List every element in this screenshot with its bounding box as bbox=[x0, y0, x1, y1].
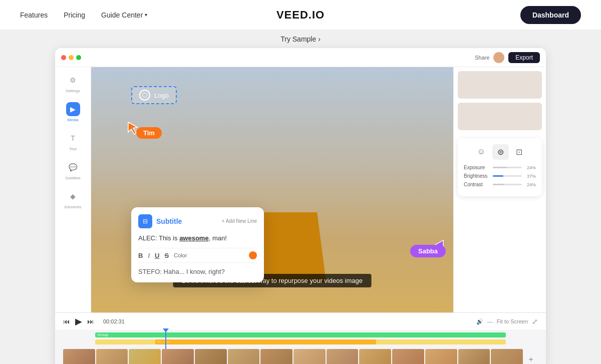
right-panel: ☺ ⊜ ⊡ Exposure 24% Brightness bbox=[453, 67, 546, 312]
underline-button[interactable]: U bbox=[155, 252, 159, 259]
thumb-12 bbox=[425, 349, 457, 364]
sidebar-item-text[interactable]: T Text bbox=[66, 131, 80, 151]
exposure-fill bbox=[493, 167, 507, 168]
expand-icon[interactable]: ⤢ bbox=[532, 317, 538, 325]
exposure-value: 24% bbox=[525, 165, 536, 170]
color-picker[interactable] bbox=[249, 251, 257, 259]
adjust-tab-face[interactable]: ☺ bbox=[472, 144, 490, 160]
sidebar-item-elements[interactable]: ◆ Elements bbox=[65, 189, 81, 209]
track-yellow bbox=[95, 339, 506, 344]
sidebar-subtitles-label: Subtitles bbox=[65, 176, 81, 180]
adjust-tab-sliders[interactable]: ⊜ bbox=[492, 144, 509, 160]
exposure-track[interactable] bbox=[493, 167, 522, 168]
logo-inner-icon bbox=[142, 93, 147, 98]
thumb-5 bbox=[195, 349, 227, 364]
share-label: Share bbox=[475, 55, 489, 61]
sidebar-item-subtitles[interactable]: 💬 Subtitles bbox=[65, 160, 81, 180]
navbar: Features Pricing Guide Center ▾ VEED.IO … bbox=[0, 0, 601, 30]
editor-sidebar: ⚙ Settings ▶ Media T Text 💬 Subtitles ◆ bbox=[55, 67, 91, 312]
right-panel-thumbnail-2 bbox=[458, 103, 542, 130]
pricing-link[interactable]: Pricing bbox=[64, 11, 85, 19]
thumb-2 bbox=[96, 349, 128, 364]
sidebar-item-media[interactable]: ▶ Media bbox=[66, 102, 80, 122]
video-area: Logo Tim Sabba DIANA: here's th bbox=[91, 67, 453, 312]
strikethrough-button[interactable]: S bbox=[164, 252, 169, 259]
media-icon: ▶ bbox=[66, 102, 80, 116]
subtitle-popup-icon: ⊟ bbox=[138, 214, 152, 228]
contrast-fill bbox=[493, 184, 504, 185]
color-label: Color bbox=[174, 252, 187, 258]
track-group: Group bbox=[95, 332, 506, 337]
sabba-badge: Sabba bbox=[410, 245, 446, 257]
tim-badge: Tim bbox=[136, 127, 162, 139]
track-group-label: Group bbox=[97, 332, 108, 337]
try-sample-link[interactable]: Try Sample › bbox=[280, 35, 321, 43]
timeline-tracks: Group B1 min bbox=[55, 330, 546, 349]
adjust-tabs: ☺ ⊜ ⊡ bbox=[464, 144, 536, 160]
time-display: 00:02:31 bbox=[103, 318, 125, 324]
bold-button[interactable]: B bbox=[138, 252, 143, 259]
elements-icon: ◆ bbox=[66, 189, 80, 203]
skip-back-button[interactable]: ⏮ bbox=[63, 317, 70, 325]
brightness-fill bbox=[493, 175, 503, 177]
thumbnail-strip: + bbox=[63, 349, 538, 364]
dashboard-button[interactable]: Dashboard bbox=[520, 6, 581, 24]
subtitle-text-post: , man! bbox=[209, 234, 227, 242]
editor-card: Share Export ⚙ Settings ▶ Media T Text bbox=[55, 48, 546, 364]
avatar bbox=[493, 52, 504, 63]
skip-forward-button[interactable]: ⏭ bbox=[87, 317, 94, 325]
playhead-marker bbox=[163, 328, 169, 332]
timeline-right: 🔊 — Fit to Screen ⤢ bbox=[476, 317, 538, 325]
subtitle-popup-title: Subtitle bbox=[156, 217, 182, 225]
fit-screen-label[interactable]: Fit to Screen bbox=[497, 318, 528, 324]
thumb-9 bbox=[327, 349, 359, 364]
brightness-value: 37% bbox=[525, 174, 536, 179]
fullscreen-traffic-light[interactable] bbox=[76, 55, 81, 60]
contrast-value: 24% bbox=[525, 182, 536, 187]
main-area: Share Export ⚙ Settings ▶ Media T Text bbox=[0, 48, 601, 364]
thumb-7 bbox=[260, 349, 292, 364]
subtitle-popup-header: ⊟ Subtitle + Add New Line bbox=[138, 214, 257, 228]
thumb-14 bbox=[491, 349, 523, 364]
subtitles-icon: 💬 bbox=[66, 160, 80, 174]
export-button[interactable]: Export bbox=[508, 52, 540, 63]
sidebar-item-settings[interactable]: ⚙ Settings bbox=[66, 73, 80, 93]
guide-center-link[interactable]: Guide Center ▾ bbox=[101, 11, 147, 19]
nav-right: Dashboard bbox=[520, 6, 581, 24]
thumb-13 bbox=[458, 349, 490, 364]
guide-center-label: Guide Center bbox=[101, 11, 143, 19]
volume-icon: 🔊 bbox=[476, 318, 483, 325]
logo-circle-icon bbox=[139, 90, 150, 101]
exposure-label: Exposure bbox=[464, 165, 490, 170]
traffic-lights bbox=[61, 55, 81, 60]
italic-button[interactable]: I bbox=[148, 252, 150, 259]
thumb-4 bbox=[162, 349, 194, 364]
add-thumb-button[interactable]: + bbox=[524, 349, 538, 364]
sidebar-elements-label: Elements bbox=[65, 205, 81, 209]
editor-topbar-actions: Share Export bbox=[475, 52, 540, 63]
close-traffic-light[interactable] bbox=[61, 55, 66, 60]
settings-icon: ⚙ bbox=[66, 73, 80, 87]
minimize-traffic-light[interactable] bbox=[69, 55, 74, 60]
adjust-tab-crop[interactable]: ⊡ bbox=[511, 144, 527, 160]
color-adjust-panel: ☺ ⊜ ⊡ Exposure 24% Brightness bbox=[458, 138, 542, 196]
features-link[interactable]: Features bbox=[20, 11, 48, 19]
chevron-down-icon: ▾ bbox=[145, 12, 147, 18]
thumb-10 bbox=[359, 349, 391, 364]
logo-overlay[interactable]: Logo bbox=[131, 86, 177, 104]
logo-text: Logo bbox=[154, 92, 169, 99]
text-icon: T bbox=[66, 131, 80, 145]
contrast-track[interactable] bbox=[493, 184, 522, 185]
play-button[interactable]: ▶ bbox=[75, 316, 82, 327]
thumb-3 bbox=[129, 349, 161, 364]
sidebar-text-label: Text bbox=[69, 147, 77, 151]
editor-topbar: Share Export bbox=[55, 48, 546, 67]
nav-left: Features Pricing Guide Center ▾ bbox=[20, 11, 147, 19]
timeline-controls: ⏮ ▶ ⏭ 00:02:31 🔊 — Fit to Screen ⤢ bbox=[55, 313, 546, 330]
thumb-11 bbox=[392, 349, 424, 364]
subtitle-popup: ⊟ Subtitle + Add New Line ALEC: This is … bbox=[131, 207, 264, 283]
brightness-track[interactable] bbox=[493, 175, 522, 177]
add-new-line-button[interactable]: + Add New Line bbox=[222, 218, 257, 224]
contrast-row: Contrast 24% bbox=[464, 182, 536, 187]
thumb-6 bbox=[228, 349, 260, 364]
